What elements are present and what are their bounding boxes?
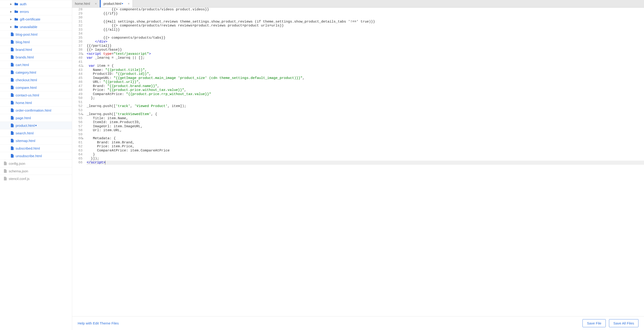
code-line[interactable]: {{/all}} [87,28,644,32]
file-label: home.html [16,101,32,105]
file-icon [10,48,14,51]
root-file-item[interactable]: stencil.conf.js [0,175,72,182]
file-item[interactable]: product.html• [0,122,72,129]
chevron-right-icon: ▶ [10,3,13,5]
file-item[interactable]: blog-post.html [0,30,72,38]
file-item[interactable]: home.html [0,99,72,106]
code-line[interactable]: Brand: "{{product.brand.name}}", [87,84,644,88]
close-icon[interactable]: × [128,2,130,5]
folder-item[interactable]: ▶auth [0,0,72,7]
line-number: 48 [72,88,82,92]
code-line[interactable]: Title: item.Name, [87,116,644,121]
line-number: 33 [72,28,82,32]
code-line[interactable]: Name: "{{product.title}}", [87,68,644,72]
file-label: cart.html [16,63,29,67]
line-number: 39▼ [72,52,82,56]
editor-footer: Help with Edit Theme Files Save File Sav… [72,316,644,330]
editor-tab[interactable]: home.html× [72,0,100,7]
file-label: sitemap.html [16,139,35,143]
editor-tab[interactable]: product.html•× [100,0,133,7]
code-line[interactable]: <script type="text/javascript"> [87,52,644,56]
folder-item[interactable]: ▶gift-certificate [0,15,72,23]
code-line[interactable]: Price: item.Price, [87,145,644,149]
line-number: 41 [72,60,82,64]
line-number: 45 [72,76,82,80]
code-line[interactable]: Price: "{{product.price.without_tax.valu… [87,88,644,92]
code-line[interactable]: </script> [87,161,644,165]
file-item[interactable]: search.html [0,129,72,137]
file-item[interactable]: cart.html [0,61,72,68]
code-line[interactable]: _learnq.push(['track', 'Viewed Product',… [87,104,644,108]
code-line[interactable]: var _learnq = _learnq || []; [87,56,644,60]
root-file-item[interactable]: schema.json [0,167,72,175]
code-line[interactable]: {{> components/products/reviews reviews=… [87,24,644,28]
folder-item[interactable]: ▶errors [0,7,72,15]
code-line[interactable]: CompareAtPrice: item.CompareAtPrice [87,149,644,153]
code-line[interactable]: URL: "{{product.url}}", [87,80,644,84]
close-icon[interactable]: × [95,2,97,5]
file-item[interactable]: checkout.html [0,76,72,84]
line-number: 37 [72,44,82,48]
line-number: 40 [72,56,82,60]
code-line[interactable]: CompareAtPrice: "{{product.price.rrp_wit… [87,92,644,96]
chevron-right-icon: ▶ [10,10,13,13]
file-label: contact-us.html [16,93,39,97]
code-line[interactable] [87,60,644,64]
line-number: 34 [72,32,82,36]
code-line[interactable]: ImageUrl: item.ImageURL, [87,125,644,129]
code-line[interactable]: {{> layout/base}} [87,48,644,52]
root-file-item[interactable]: config.json [0,160,72,167]
file-item[interactable]: brands.html [0,53,72,61]
code-line[interactable]: Brand: item.Brand, [87,141,644,145]
file-item[interactable]: subscribed.html [0,144,72,152]
file-item[interactable]: unsubscribe.html [0,152,72,160]
code-line[interactable] [87,108,644,113]
code-line[interactable] [87,133,644,137]
file-item[interactable]: brand.html [0,46,72,53]
help-link[interactable]: Help with Edit Theme Files [78,321,119,325]
code-line[interactable]: {{/partial}} [87,44,644,48]
code-editor[interactable]: 282930313233343536373839▼404142▼43444546… [72,7,644,316]
line-number: 30 [72,16,82,20]
line-number: 58 [72,128,82,133]
code-line[interactable]: Metadata: { [87,137,644,141]
file-item[interactable]: contact-us.html [0,91,72,99]
file-item[interactable]: compare.html [0,84,72,91]
code-line[interactable]: {{/if}} [87,12,644,16]
chevron-right-icon: ▶ [10,18,13,20]
file-item[interactable]: blog.html [0,38,72,46]
file-item[interactable]: page.html [0,114,72,122]
code-line[interactable]: Url: item.URL, [87,128,644,133]
code-line[interactable] [87,100,644,105]
file-icon [10,154,14,158]
code-line[interactable]: ItemId: item.ProductID, [87,120,644,125]
file-item[interactable]: order-confirmation.html [0,106,72,114]
save-file-button[interactable]: Save File [582,319,606,327]
folder-label: unavailable [20,25,37,29]
code-line[interactable]: }; [87,96,644,100]
file-item[interactable]: sitemap.html [0,137,72,144]
code-content[interactable]: {{> components/products/videos product.v… [85,7,644,316]
code-line[interactable] [87,32,644,36]
save-all-files-button[interactable]: Save All Files [609,319,638,327]
code-line[interactable]: var item = { [87,64,644,68]
file-label: checkout.html [16,78,37,82]
code-line[interactable]: }]); [87,157,644,161]
code-line[interactable]: } [87,153,644,157]
code-line[interactable]: {{> components/products/tabs}} [87,36,644,40]
folder-icon [14,2,18,5]
code-line[interactable]: _learnq.push(['trackViewedItem', { [87,112,644,116]
code-line[interactable]: {{#all settings.show_product_reviews the… [87,20,644,24]
code-line[interactable]: {{> components/products/videos product.v… [87,7,644,12]
code-line[interactable]: ProductID: "{{product.id}}", [87,72,644,76]
file-label: subscribed.html [16,146,40,150]
file-icon [3,177,8,180]
code-line[interactable]: ImageURL: "{{getImage product.main_image… [87,76,644,80]
line-number: 60▼ [72,137,82,141]
line-number: 35 [72,36,82,40]
code-line[interactable]: </div> [87,40,644,44]
file-icon [10,108,14,112]
file-item[interactable]: category.html [0,68,72,76]
code-line[interactable] [87,16,644,20]
folder-item[interactable]: ▶unavailable [0,23,72,30]
